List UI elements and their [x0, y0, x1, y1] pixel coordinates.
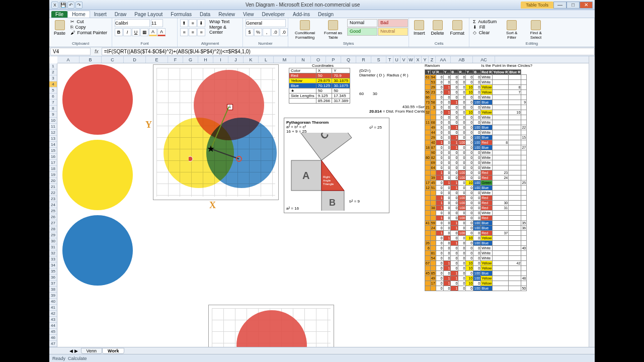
align-center[interactable]: ≡ [189, 28, 197, 36]
sheet-tab-work[interactable]: Work [102, 348, 124, 354]
tab-page-layout[interactable]: Page Layout [130, 11, 167, 18]
context-tab-label[interactable]: Table Tools [521, 2, 553, 9]
inc-decimal[interactable]: .0 [271, 28, 279, 36]
font-group: B I U ▦ A A Font [112, 18, 178, 47]
tab-view[interactable]: View [239, 11, 258, 18]
tab-add-ins[interactable]: Add-ins [289, 11, 314, 18]
copy-button[interactable]: ⎘ Copy [69, 25, 109, 30]
minimize-button[interactable]: — [553, 2, 567, 9]
tab-home[interactable]: Home [67, 11, 90, 18]
currency-button[interactable]: $ [246, 28, 254, 36]
tab-insert[interactable]: Insert [90, 11, 111, 18]
x-axis-label: X [209, 200, 216, 211]
fill-button[interactable]: ⬇ Fill [472, 25, 499, 30]
wrap-text-button[interactable]: Wrap Text [208, 19, 240, 24]
svg-text:Right: Right [323, 175, 330, 178]
pythagorean-diagram: Pythagorean Theorem a² + b² = c² 16 + 9 … [284, 118, 389, 213]
align-left[interactable]: ≡ [180, 28, 188, 36]
vertical-scrollbar[interactable] [589, 56, 595, 347]
venn-vector-arrows: ★ [189, 103, 249, 163]
svg-text:B: B [329, 198, 336, 208]
format-painter-button[interactable]: 🖌 Format Painter [69, 30, 109, 35]
svg-line-0 [211, 107, 229, 149]
tab-formulas[interactable]: Formulas [167, 11, 196, 18]
column-headers[interactable]: ABCDEFGHIJKLMNOPQRSTUVWXYZAAABAC [57, 56, 589, 63]
y-axis-label: Y [145, 120, 152, 130]
merge-button[interactable]: Merge & Center [208, 25, 240, 35]
sort-filter[interactable]: Sort & Filter [501, 19, 523, 41]
svg-point-2 [189, 156, 193, 161]
cell-styles-gallery[interactable]: Normal Bad Good Neutral [347, 19, 408, 36]
yellow-circle-solid [62, 140, 133, 210]
tab-file[interactable]: File [51, 11, 67, 18]
tab-data[interactable]: Data [196, 11, 214, 18]
align-mid[interactable]: ≡ [189, 19, 197, 27]
venn-diagram-chart[interactable]: 1 ★ [153, 64, 279, 200]
diam-rad-labels: (D/2=) Diameter ( D ) Radius ( R ) 60 30 [359, 68, 408, 96]
styles-group: Conditional Formatting Format as Table N… [288, 18, 409, 47]
align-right[interactable]: ≡ [197, 28, 205, 36]
find-select[interactable]: Find & Select [525, 19, 547, 41]
format-cells[interactable]: Format [448, 19, 467, 37]
formula-input[interactable]: =IF(SQRT((ABS($T4-$O$4)^2)+(ABS($U4-$P$4… [102, 48, 595, 55]
formula-bar: V4 fx =IF(SQRT((ABS($T4-$O$4)^2)+(ABS($U… [49, 47, 595, 56]
cells-group: Insert Delete Format Cells [409, 18, 469, 47]
insert-cells[interactable]: Insert [412, 19, 427, 37]
excel-window: X 💾 ↶ ↷ Ven Diagram - Microsoft Excel no… [49, 0, 595, 362]
name-box[interactable]: V4 [50, 48, 91, 55]
svg-text:A: A [302, 170, 309, 181]
tab-design[interactable]: Design [314, 11, 338, 18]
tab-review[interactable]: Review [214, 11, 239, 18]
font-name-input[interactable] [115, 19, 150, 27]
blue-circle-solid [62, 215, 133, 286]
coordinates-table: ColorXYRed5070.9Yellow29.87530.1875Blue7… [289, 68, 350, 104]
svg-line-1 [211, 149, 239, 159]
excel-icon[interactable]: X [51, 2, 58, 9]
number-format-select[interactable] [246, 19, 286, 27]
underline-button[interactable]: U [132, 28, 140, 36]
quick-access-toolbar: X 💾 ↶ ↷ [51, 2, 83, 9]
sheet-tab-venn[interactable]: Venn [81, 348, 103, 354]
coordinates-section: Coordinates ColorXYRed5070.9Yellow29.875… [289, 63, 357, 104]
comma-button[interactable]: , [263, 28, 271, 36]
random-header: Random Is the Point in these Circles? [425, 63, 532, 68]
undo-icon[interactable]: ↶ [67, 2, 74, 9]
tab-developer[interactable]: Developer [258, 11, 289, 18]
sheet-tab-bar: ◀ ▶ Venn Work [49, 347, 595, 354]
tab-draw[interactable]: Draw [111, 11, 130, 18]
conditional-formatting[interactable]: Conditional Formatting [291, 19, 319, 41]
title-bar: X 💾 ↶ ↷ Ven Diagram - Microsoft Excel no… [49, 0, 595, 10]
format-as-table[interactable]: Format as Table [321, 19, 345, 41]
redo-icon[interactable]: ↷ [75, 2, 83, 9]
svg-text:Triangle: Triangle [323, 183, 334, 186]
worksheet-area[interactable]: ABCDEFGHIJKLMNOPQRSTUVWXYZAAABAC 1234567… [49, 56, 595, 354]
paste-button[interactable]: Paste [52, 19, 67, 37]
font-size-input[interactable] [151, 19, 163, 27]
align-bot[interactable]: ⬇ [197, 19, 205, 27]
grid-canvas[interactable]: 1 ★ Y X Coordinates ColorXYRed5070.9Yell… [57, 63, 589, 347]
bold-button[interactable]: B [115, 28, 123, 36]
delete-cells[interactable]: Delete [429, 19, 446, 37]
clear-button[interactable]: ◇ Clear [472, 30, 499, 35]
ribbon-tab-strip: FileHomeInsertDrawPage LayoutFormulasDat… [49, 10, 595, 18]
venn-bottom-chart[interactable] [208, 305, 334, 352]
ribbon: Paste ✂ Cut ⎘ Copy 🖌 Format Painter Clip… [49, 18, 595, 47]
align-top[interactable]: ⬆ [180, 19, 188, 27]
maximize-button[interactable]: □ [567, 2, 580, 9]
editing-group: Σ AutoSum ⬇ Fill ◇ Clear Sort & Filter F… [469, 18, 595, 47]
autosum-button[interactable]: Σ AutoSum [472, 19, 499, 24]
alignment-group: ⬆≡⬇ ≡≡≡ Wrap Text Merge & Center Alignme… [178, 18, 243, 47]
random-points-table[interactable]: TUR…Y…B…R…Y…B…Red RYellow RBlue R6194000… [425, 69, 527, 291]
status-bar: Ready Calculate [49, 354, 595, 362]
fx-icon[interactable]: fx [92, 49, 102, 54]
row-headers[interactable]: 1234567891011121314151617181920212223242… [49, 63, 57, 347]
save-icon[interactable]: 💾 [59, 2, 66, 9]
cut-button[interactable]: ✂ Cut [69, 19, 109, 24]
border-button[interactable]: ▦ [140, 28, 148, 36]
close-button[interactable]: ✕ [580, 2, 593, 9]
fill-color-button[interactable]: A [149, 28, 157, 36]
percent-button[interactable]: % [254, 28, 262, 36]
dec-decimal[interactable]: .0 [280, 28, 288, 36]
italic-button[interactable]: I [123, 28, 131, 36]
font-color-button[interactable]: A [157, 28, 166, 36]
